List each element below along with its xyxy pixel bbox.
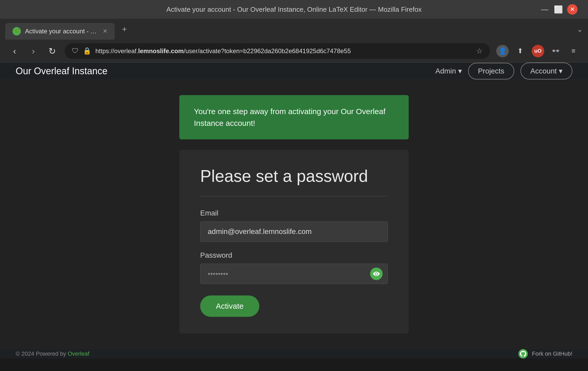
browser-tab[interactable]: 🌿 Activate your account - Our ✕ bbox=[5, 23, 115, 40]
extension-uo-icon[interactable]: uO bbox=[532, 45, 544, 57]
password-eye-icon bbox=[370, 268, 383, 280]
title-bar-text: Activate your account - Our Overleaf Ins… bbox=[166, 5, 422, 14]
admin-menu[interactable]: Admin ▾ bbox=[435, 67, 462, 75]
github-icon bbox=[518, 349, 528, 358]
password-toggle-button[interactable] bbox=[370, 268, 383, 280]
menu-icon[interactable]: ≡ bbox=[567, 45, 580, 57]
tab-close-icon[interactable]: ✕ bbox=[103, 28, 107, 35]
tab-list-button[interactable]: ⌄ bbox=[577, 25, 583, 34]
projects-button[interactable]: Projects bbox=[468, 63, 514, 79]
address-container[interactable]: 🛡 🔒 https://overleaf.lemnoslife.com/user… bbox=[65, 43, 490, 59]
profile-avatar[interactable]: 👤 bbox=[496, 45, 509, 57]
toolbar-icons: 👤 ⬆ uO 👓 ≡ bbox=[496, 45, 580, 57]
page-content: Our Overleaf Instance Admin ▾ Projects A… bbox=[0, 63, 588, 356]
password-group: Password bbox=[200, 251, 388, 284]
new-tab-button[interactable]: + bbox=[119, 24, 130, 34]
tab-favicon: 🌿 bbox=[13, 27, 21, 35]
email-field[interactable] bbox=[200, 221, 388, 242]
password-field[interactable] bbox=[200, 264, 388, 284]
window-controls: — ⬜ ✕ bbox=[540, 4, 578, 15]
email-group: Email bbox=[200, 209, 388, 242]
footer: © 2024 Powered by Overleaf Fork on GitHu… bbox=[0, 349, 588, 358]
tab-title: Activate your account - Our bbox=[25, 28, 99, 35]
activate-button[interactable]: Activate bbox=[200, 295, 259, 317]
maximize-button[interactable]: ⬜ bbox=[554, 5, 563, 14]
back-button[interactable]: ‹ bbox=[8, 46, 21, 56]
title-bar: Activate your account - Our Overleaf Ins… bbox=[0, 0, 588, 19]
main-content: You're one step away from activating you… bbox=[0, 79, 588, 349]
svg-point-0 bbox=[376, 273, 377, 275]
password-label: Password bbox=[200, 251, 388, 259]
password-wrapper bbox=[200, 264, 388, 284]
navbar: Our Overleaf Instance Admin ▾ Projects A… bbox=[0, 63, 588, 79]
forward-button[interactable]: › bbox=[27, 46, 40, 56]
form-card: Please set a password Email Password bbox=[179, 150, 409, 333]
form-divider bbox=[200, 196, 388, 196]
github-label[interactable]: Fork on GitHub! bbox=[532, 350, 572, 357]
email-label: Email bbox=[200, 209, 388, 217]
footer-powered-link[interactable]: Overleaf bbox=[68, 350, 89, 357]
close-button[interactable]: ✕ bbox=[567, 4, 578, 15]
form-title: Please set a password bbox=[200, 166, 388, 186]
address-text: https://overleaf.lemnoslife.com/user/act… bbox=[95, 47, 472, 55]
footer-github[interactable]: Fork on GitHub! bbox=[518, 349, 572, 358]
shield-icon: 🛡 bbox=[72, 47, 79, 55]
reload-button[interactable]: ↻ bbox=[46, 46, 58, 56]
tab-bar: 🌿 Activate your account - Our ✕ + ⌄ bbox=[0, 19, 588, 40]
account-button[interactable]: Account ▾ bbox=[520, 63, 572, 79]
navbar-right: Admin ▾ Projects Account ▾ bbox=[435, 63, 572, 79]
share-icon[interactable]: ⬆ bbox=[514, 45, 526, 57]
success-alert: You're one step away from activating you… bbox=[179, 95, 409, 139]
site-brand: Our Overleaf Instance bbox=[16, 66, 107, 77]
footer-copyright: © 2024 Powered by Overleaf bbox=[16, 350, 89, 357]
minimize-button[interactable]: — bbox=[540, 5, 549, 14]
extension-glasses-icon[interactable]: 👓 bbox=[549, 45, 562, 57]
bookmark-icon[interactable]: ☆ bbox=[476, 47, 483, 55]
lock-icon: 🔒 bbox=[83, 47, 91, 55]
address-bar: ‹ › ↻ 🛡 🔒 https://overleaf.lemnoslife.co… bbox=[0, 40, 588, 63]
